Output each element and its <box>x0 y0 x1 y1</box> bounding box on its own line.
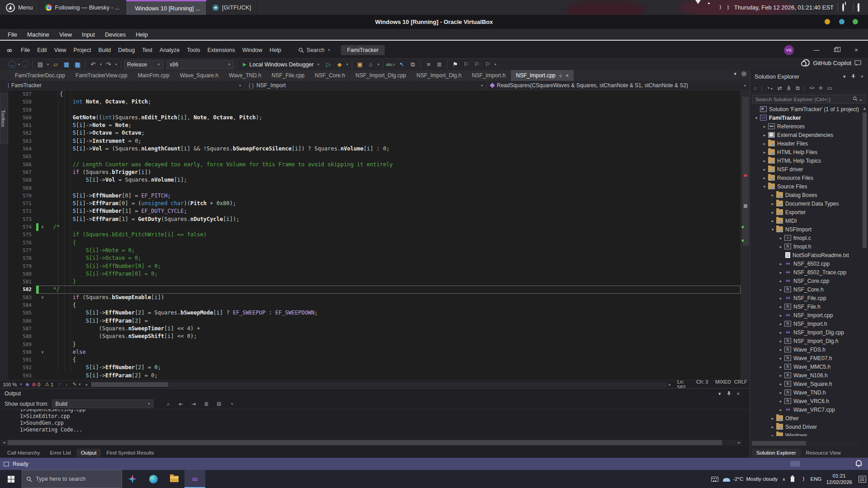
scroll-left-arrow[interactable]: ◂ <box>1 440 7 446</box>
code-line[interactable]: 566 // Length Counter was decayed too ea… <box>8 161 741 169</box>
vbox-menu-item[interactable]: Help <box>132 30 152 39</box>
vs-menu-item[interactable]: Build <box>94 46 114 55</box>
expand-arrow-icon[interactable]: ▸ <box>762 150 767 155</box>
expand-arrow-icon[interactable]: ▸ <box>778 408 783 412</box>
tree-item[interactable]: ▸Dialog Boxes <box>750 191 862 199</box>
code-line-body[interactable]: S[i]->Octave = Octave; <box>38 129 741 137</box>
solution-name-badge[interactable]: FamiTracker <box>341 45 385 55</box>
vs-menu-item[interactable]: File <box>17 46 33 55</box>
expand-arrow-icon[interactable]: ▸ <box>778 365 783 369</box>
vs-menu-item[interactable]: View <box>51 46 70 55</box>
expand-arrow-icon[interactable]: ▸ <box>778 322 783 326</box>
tab-overflow-icon[interactable]: ▾ <box>734 71 736 77</box>
host-tab[interactable]: [GITFUCK] <box>207 0 257 15</box>
code-line-body[interactable]: { <box>38 90 741 98</box>
code-line[interactable]: 586 S[i]->EffParam[2] = <box>8 317 741 325</box>
code-line[interactable]: 580 S[i]->EffParam[0] = 0; <box>8 270 741 278</box>
code-line-body[interactable]: { <box>38 239 741 247</box>
scroll-right-arrow[interactable]: ▸ <box>669 382 671 387</box>
tree-item[interactable]: ▸++NSF_6502_Trace.cpp <box>750 268 862 277</box>
vbox-menu-item[interactable]: File <box>4 30 21 39</box>
action-center-icon[interactable] <box>859 476 866 483</box>
code-line-body[interactable]: S[i]->EffParam[0] = (unsigned char)(Pitc… <box>38 200 741 207</box>
expand-arrow-icon[interactable]: ▸ <box>770 416 775 421</box>
expand-arrow-icon[interactable]: ▸ <box>778 287 783 292</box>
editor-tab[interactable]: NSF_Core.h <box>310 70 350 81</box>
tree-item[interactable]: ▸NSF driver <box>750 165 862 174</box>
close-icon[interactable]: × <box>861 74 863 80</box>
tree-item[interactable]: ▸hWave_VRC6.h <box>750 397 862 405</box>
code-line[interactable]: 558 int Note, Octave, Pitch; <box>8 98 741 106</box>
tree-item[interactable]: ▾Source Files <box>750 182 862 191</box>
code-line-body[interactable]: { <box>38 301 741 309</box>
code-line-body[interactable]: (Squares.nSweepTimer[i] << 4) + <box>38 325 741 333</box>
code-line-body[interactable]: } <box>38 278 741 286</box>
scrollbar-thumb[interactable] <box>752 441 806 446</box>
tree-item[interactable]: ▸MIDI <box>750 216 862 225</box>
battery-icon[interactable] <box>791 476 794 482</box>
logout-icon[interactable] <box>858 4 864 11</box>
code-line-body[interactable]: S[i]->EffParam[0] = 0; <box>38 270 741 278</box>
editor-tab[interactable]: NSF_Import_Dlg.h <box>411 70 466 81</box>
tree-item[interactable]: ▸hNSF_Import_Dlg.h <box>750 337 862 345</box>
code-line-body[interactable] <box>38 106 741 114</box>
expand-arrow-icon[interactable]: ▸ <box>778 244 783 249</box>
taskbar-edge-icon[interactable] <box>143 470 164 488</box>
window-position-icon[interactable]: ▾ <box>843 74 846 80</box>
new-project-button[interactable]: ▤ <box>35 60 45 69</box>
expand-arrow-icon[interactable]: ▸ <box>778 279 783 283</box>
close-button[interactable]: × <box>847 44 865 56</box>
taskbar-clock[interactable]: 01:21 12/02/2026 <box>826 473 852 485</box>
scrollbar-thumb[interactable] <box>863 113 867 248</box>
github-copilot-button[interactable]: GitHub Copilot <box>802 59 862 66</box>
host-menu-button[interactable]: Menu <box>0 0 39 15</box>
editor-tab[interactable]: NSF_Import_Dlg.cpp <box>350 70 411 81</box>
code-line[interactable]: 570 S[i]->EffNumber[0] = EF_PITCH; <box>8 192 741 200</box>
tree-item[interactable]: ▸hNSF_Core.h <box>750 285 862 294</box>
toggle-timestamp-icon[interactable]: ◔ <box>227 401 236 407</box>
code-line[interactable]: 590∨ else <box>8 348 741 356</box>
tree-item[interactable]: ▸Resource Files <box>750 174 862 182</box>
code-line-body[interactable]: S[i]->Vol = (Squares.nLengthCount[i] && … <box>38 145 741 153</box>
avatar[interactable]: VS <box>784 45 794 55</box>
tree-item[interactable]: ▸hWave_N106.h <box>750 371 862 380</box>
taskbar-file-explorer-icon[interactable] <box>164 470 184 488</box>
open-file-button[interactable]: ▱ <box>51 60 61 69</box>
search-icon[interactable] <box>853 96 858 101</box>
pending-changes-filter-icon[interactable]: ◔▾ <box>766 85 773 91</box>
taskbar-copilot-icon[interactable] <box>122 470 143 488</box>
collapse-all-icon[interactable]: ≪ <box>786 85 792 91</box>
profiler-button[interactable]: ◆ <box>335 60 344 69</box>
tree-item[interactable]: ▸Windows <box>750 431 862 436</box>
expand-arrow-icon[interactable]: ▸ <box>778 313 783 318</box>
editor-vertical-scrollbar[interactable] <box>741 90 750 380</box>
code-line[interactable]: 572 S[i]->EffNumber[1] = EF_DUTY_CYCLE; <box>8 207 741 215</box>
code-line[interactable]: 579 S[i]->EffNumber[0] = 0; <box>8 263 741 270</box>
copy-lines-button[interactable]: ⧉ <box>408 60 418 69</box>
expand-arrow-icon[interactable]: ▸ <box>770 433 775 436</box>
next-issue-button[interactable]: ↓ <box>63 380 70 389</box>
code-line[interactable]: 574∨ /* <box>8 223 741 231</box>
code-line-body[interactable]: if (Squares.bTrigger[i]) <box>38 169 741 176</box>
expand-arrow-icon[interactable]: ▸ <box>762 133 767 137</box>
bookmark-prev-button[interactable]: ⚐ <box>461 60 471 69</box>
switch-views-icon[interactable]: ⌂ <box>754 85 757 91</box>
restore-button[interactable] <box>827 44 845 56</box>
show-all-files-icon[interactable]: ⧉ <box>796 85 800 91</box>
code-line-body[interactable] <box>38 184 741 192</box>
code-line[interactable]: 578 S[i]->Octave = 0; <box>8 254 741 262</box>
pin-icon[interactable] <box>726 391 731 396</box>
code-line[interactable]: 565 <box>8 153 741 160</box>
code-line[interactable]: 581 } <box>8 278 741 286</box>
solution-explorer-search-input[interactable]: Search Solution Explorer (Ctrl+;) ▾ <box>752 95 866 103</box>
save-button[interactable]: ▦ <box>61 60 71 69</box>
code-line[interactable]: 589 } <box>8 341 741 348</box>
editor-tab[interactable]: FamiTrackerDoc.cpp <box>10 70 70 81</box>
panel-tab[interactable]: Find Symbol Results <box>102 449 158 457</box>
indent-more-button[interactable]: ≣ <box>434 60 444 69</box>
code-line-body[interactable]: { <box>38 356 741 364</box>
code-line-body[interactable]: } <box>38 341 741 348</box>
code-line-body[interactable]: S[i]->EffParam[2] = <box>38 317 741 325</box>
goto-prev-message-icon[interactable]: ⇤ <box>176 401 185 407</box>
tree-item[interactable]: ▸External Dependencies <box>750 131 862 139</box>
